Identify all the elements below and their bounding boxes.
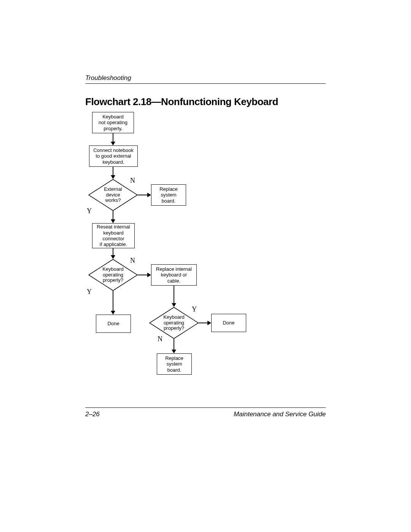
node-replace-systemboard-2: Replace system board. (157, 353, 192, 375)
connector (199, 323, 208, 323)
arrowhead-down-icon (111, 255, 115, 259)
node-done2-text: Done (223, 320, 234, 326)
node-done-1: Done (96, 315, 131, 333)
connector (138, 195, 148, 195)
arrowhead-down-icon (172, 303, 176, 307)
label-yes: Y (192, 305, 197, 313)
node-replace-sb1-text: Replace system board. (159, 186, 178, 204)
node-replace-sb2-text: Replace system board. (165, 355, 183, 373)
node-kb-op2-text: Keyboard operating properly? (163, 315, 185, 332)
arrowhead-right-icon (207, 321, 211, 325)
footer-rule (85, 407, 326, 408)
label-no: N (130, 177, 135, 185)
connector (174, 286, 174, 304)
connector (174, 339, 174, 350)
label-no: N (158, 335, 162, 343)
section-name: Troubleshooting (85, 74, 131, 81)
arrowhead-down-icon (111, 175, 115, 179)
node-connect-external: Connect notebook to good external keyboa… (89, 145, 138, 167)
node-reseat-connector: Reseat internal keyboard connector if ap… (92, 223, 135, 248)
node-start-text: Keyboard not operating properly. (99, 114, 127, 131)
node-replace-keyboard: Replace internal keyboard or cable. (151, 264, 197, 286)
label-no: N (130, 257, 135, 265)
connector (113, 248, 113, 256)
flowchart: Keyboard not operating properly. Connect… (85, 112, 326, 406)
node-done-2: Done (211, 314, 246, 332)
arrowhead-down-icon (172, 350, 176, 353)
connector (113, 133, 113, 142)
arrowhead-right-icon (147, 273, 151, 277)
arrowhead-down-icon (111, 311, 115, 315)
node-replace-kb-text: Replace internal keyboard or cable. (156, 266, 192, 284)
node-replace-systemboard-1: Replace system board. (151, 184, 186, 206)
node-kb-op1-text: Keyboard operating properly? (102, 267, 124, 284)
arrowhead-right-icon (147, 193, 151, 197)
arrowhead-down-icon (111, 219, 115, 223)
footer-book-title: Maintenance and Service Guide (234, 411, 326, 418)
node-external-works-text: External device works? (104, 187, 122, 204)
footer-page-number: 2–26 (85, 411, 100, 418)
running-header: Troubleshooting (85, 74, 326, 84)
label-yes: Y (87, 288, 92, 296)
node-done1-text: Done (107, 321, 119, 326)
page-title: Flowchart 2.18—Nonfunctioning Keyboard (85, 96, 278, 108)
node-connect-text: Connect notebook to good external keyboa… (93, 147, 134, 165)
node-reseat-text: Reseat internal keyboard connector if ap… (97, 224, 130, 247)
node-start: Keyboard not operating properly. (92, 112, 134, 133)
connector (113, 291, 113, 312)
label-yes: Y (87, 207, 92, 215)
connector (113, 211, 113, 220)
connector (113, 167, 113, 176)
node-kb-operating-2: Keyboard operating properly? (149, 307, 199, 339)
arrowhead-down-icon (111, 142, 115, 145)
connector (138, 275, 148, 275)
